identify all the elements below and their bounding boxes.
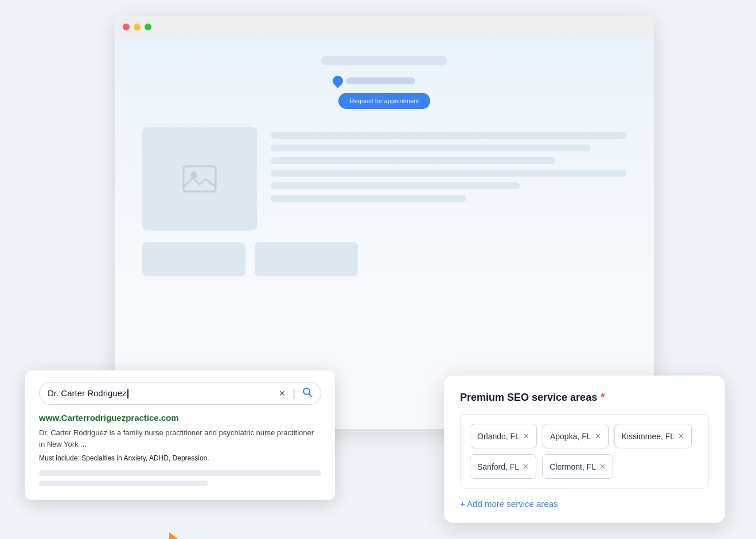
browser-titlebar: [115, 16, 654, 38]
seo-tag-remove-icon[interactable]: ✕: [595, 432, 601, 440]
seo-panel: Premium SEO service areas * Orlando, FL✕…: [444, 376, 725, 523]
appointment-button[interactable]: Request for appointment: [338, 93, 430, 109]
seo-tag-label: Kissimmee, FL: [622, 432, 675, 441]
seo-tag-label: Sanford, FL: [477, 462, 519, 471]
divider: |: [293, 388, 295, 400]
browser-search-bar: [321, 56, 447, 65]
image-placeholder-icon: [182, 165, 217, 193]
seo-tag-label: Apopka, FL: [550, 432, 591, 441]
text-line-1: [271, 132, 626, 139]
seo-tag-remove-icon[interactable]: ✕: [523, 432, 529, 440]
traffic-light-green[interactable]: [145, 24, 151, 30]
search-input-row[interactable]: Dr. Carter Rodriguez ✕ |: [39, 382, 321, 405]
add-service-areas-link[interactable]: + Add more service areas: [460, 499, 558, 509]
result-line-1: [39, 470, 321, 476]
seo-tag: Clermont, FL✕: [542, 454, 613, 479]
location-text-placeholder: [346, 77, 415, 84]
text-line-3: [271, 157, 555, 164]
search-icon[interactable]: [302, 387, 313, 400]
seo-tag: Orlando, FL✕: [470, 424, 537, 448]
seo-tag-remove-icon[interactable]: ✕: [599, 462, 606, 471]
clear-icon[interactable]: ✕: [279, 389, 286, 398]
cursor-svg-icon: [166, 529, 196, 539]
browser-window: Request for appointment: [115, 16, 654, 429]
text-line-6: [271, 195, 466, 202]
profile-text-lines: [271, 127, 626, 231]
svg-point-1: [190, 171, 197, 178]
seo-panel-title: Premium SEO service areas: [460, 392, 597, 404]
bottom-box-1: [142, 242, 245, 276]
seo-tag: Sanford, FL✕: [470, 454, 536, 479]
profile-section: [142, 127, 626, 231]
seo-tag: Apopka, FL✕: [543, 424, 609, 448]
text-line-5: [271, 182, 520, 189]
result-url[interactable]: www.Carterrodriguezpractice.com: [39, 413, 321, 423]
result-description: Dr. Carter Rodriguez is a family nurse p…: [39, 427, 321, 450]
seo-required-marker: *: [601, 392, 605, 404]
text-line-4: [271, 170, 626, 177]
seo-tag-remove-icon[interactable]: ✕: [523, 462, 529, 471]
location-pin-icon: [330, 73, 345, 88]
seo-tag-remove-icon[interactable]: ✕: [678, 432, 684, 440]
svg-rect-0: [184, 166, 216, 192]
seo-tags-container: Orlando, FL✕Apopka, FL✕Kissimmee, FL✕San…: [460, 414, 709, 489]
browser-bottom-area: [142, 242, 626, 276]
browser-location-row: [333, 76, 436, 86]
text-line-2: [271, 144, 591, 151]
result-bottom-lines: [39, 470, 321, 486]
bottom-box-2: [255, 242, 358, 276]
seo-tag-label: Orlando, FL: [477, 432, 520, 441]
search-query-text: Dr. Carter Rodriguez: [48, 388, 127, 398]
traffic-light-yellow[interactable]: [134, 24, 141, 30]
seo-tag-label: Clermont, FL: [550, 462, 596, 471]
result-line-2: [39, 481, 208, 486]
profile-photo-placeholder: [142, 127, 257, 231]
search-result-card: Dr. Carter Rodriguez ✕ | www.Carterrodri…: [25, 370, 335, 500]
seo-tag: Kissimmee, FL✕: [614, 424, 692, 448]
traffic-light-red[interactable]: [123, 24, 130, 30]
svg-line-3: [309, 394, 312, 397]
search-input-text: Dr. Carter Rodriguez: [48, 388, 274, 399]
seo-title-row: Premium SEO service areas *: [460, 392, 709, 404]
text-cursor: [127, 389, 128, 399]
result-must-include: Must include: Specialties in Anxiety, AD…: [39, 454, 321, 462]
